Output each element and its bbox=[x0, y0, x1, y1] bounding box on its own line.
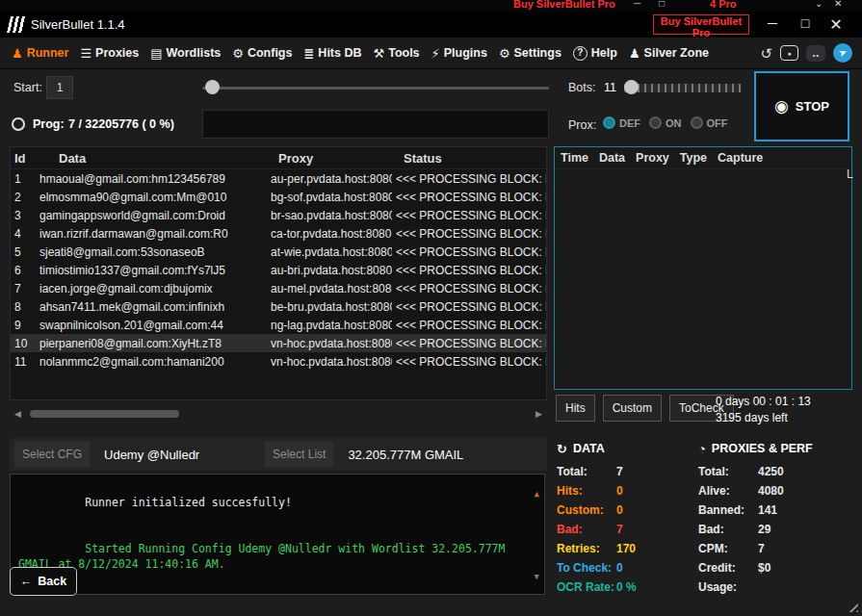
radio-icon bbox=[649, 116, 662, 129]
scrollbar-track[interactable] bbox=[26, 407, 531, 421]
cell-data: sjeati8@gmail.com:53sonaseoB bbox=[36, 245, 267, 259]
cell-id: 3 bbox=[11, 209, 36, 222]
app-title: SilverBullet 1.1.4 bbox=[31, 17, 125, 32]
stat-banned: Banned: 141 bbox=[698, 500, 852, 520]
bots-label: Bots: bbox=[568, 81, 596, 94]
prox-option-on[interactable]: ON bbox=[649, 116, 682, 129]
scroll-up-icon[interactable]: ▲ bbox=[535, 486, 539, 501]
nav-item-tools[interactable]: ⚒ Tools bbox=[368, 38, 426, 69]
select-list-button[interactable]: Select List bbox=[264, 441, 334, 468]
table-row[interactable]: 3 gamingappsworld@gmail.com:Droid br-sao… bbox=[11, 206, 546, 224]
cell-id: 7 bbox=[11, 282, 36, 295]
background-chevron-down-icon[interactable]: ⌄ bbox=[815, 0, 823, 9]
bots-slider[interactable] bbox=[624, 79, 742, 96]
table-row[interactable]: 10 pierpaneri08@gmail.com:XiyHt.zT8 vn-h… bbox=[11, 334, 546, 352]
stat-retries: Retries: 170 bbox=[557, 539, 696, 558]
results-horizontal-scrollbar[interactable]: ◀ ▶ bbox=[10, 403, 547, 424]
tab-custom[interactable]: Custom bbox=[603, 395, 662, 422]
background-maximize-icon[interactable]: □ bbox=[659, 0, 665, 9]
nav-item-configs[interactable]: ⚙ Configs bbox=[226, 38, 298, 69]
start-slider-thumb[interactable] bbox=[205, 80, 220, 94]
nav-icon-buttons: ↺ ● ‥ ➤ bbox=[760, 43, 862, 63]
cell-proxy: vn-hoc.pvdata.host:8080 bbox=[267, 337, 392, 350]
telegram-icon[interactable]: ➤ bbox=[833, 43, 852, 63]
scroll-right-icon[interactable]: ▶ bbox=[531, 409, 547, 419]
tab-hits[interactable]: Hits bbox=[556, 395, 595, 422]
minimize-button[interactable]: ─ bbox=[761, 15, 784, 31]
prox-option-off[interactable]: OFF bbox=[691, 116, 728, 129]
history-icon[interactable]: ↺ bbox=[760, 46, 772, 61]
cell-status: <<< PROCESSING BLOCK: REC bbox=[392, 300, 546, 314]
bots-slider-thumb[interactable] bbox=[624, 80, 639, 94]
nav-item-help[interactable]: ? Help bbox=[567, 38, 623, 69]
buy-silverbullet-pro-button[interactable]: Buy SilverBullet Pro bbox=[653, 14, 749, 35]
license-days-left: 3195 days left bbox=[716, 410, 811, 426]
back-button[interactable]: ← Back bbox=[10, 567, 77, 596]
log-lines: Runner initialized succesfully! Started … bbox=[18, 479, 531, 587]
stat-bad: Bad: 29 bbox=[698, 520, 852, 539]
cell-data: iacen.jorge@gmail.com:djbujomix bbox=[36, 282, 267, 295]
start-slider[interactable] bbox=[202, 79, 549, 96]
column-header-status: Status bbox=[392, 151, 546, 166]
cell-id: 4 bbox=[11, 227, 36, 241]
cell-data: hmaoual@gmail.com:hm123456789 bbox=[36, 172, 267, 186]
bots-slider-track bbox=[624, 84, 742, 92]
nav-item-wordlists[interactable]: ▤ Wordlists bbox=[144, 38, 226, 69]
cell-proxy: vn-hoc.pvdata.host:8080 bbox=[267, 355, 392, 369]
nav-item-hits-db[interactable]: ≣ Hits DB bbox=[298, 38, 367, 69]
proxy-stats-section: ◔ PROXIES & PERF Total: 4250 Alive: 4080… bbox=[698, 439, 852, 597]
table-row[interactable]: 11 nolanmmc2@gmail.com:hamani200 vn-hoc.… bbox=[11, 352, 546, 371]
resize-grip[interactable] bbox=[846, 600, 858, 612]
background-minimize-icon[interactable]: ─ bbox=[634, 0, 640, 9]
cell-proxy: au-bri.pvdata.host:8080 bbox=[267, 264, 392, 277]
stop-button[interactable]: ◉ STOP bbox=[754, 71, 849, 141]
data-refresh-icon: ↻ bbox=[557, 443, 567, 455]
stat-total: Total: 4250 bbox=[698, 462, 852, 481]
stats-panel: ↻ DATA Total: 7 Hits: 0 Custom: 0 Bad: bbox=[557, 439, 852, 601]
select-cfg-button[interactable]: Select CFG bbox=[13, 441, 91, 468]
nav-item-settings[interactable]: ⚙ Settings bbox=[493, 38, 567, 69]
table-row[interactable]: 4 iwan.rizrif.darmawan@gmail.com:R0 ca-t… bbox=[11, 224, 546, 243]
table-row[interactable]: 1 hmaoual@gmail.com:hm123456789 au-per.p… bbox=[11, 169, 546, 188]
nav-item-silver-zone[interactable]: ♟ Silver Zone bbox=[623, 38, 715, 69]
cell-proxy: au-per.pvdata.host:8080 bbox=[267, 172, 392, 186]
record-icon: ◉ bbox=[774, 98, 789, 115]
prox-option-def[interactable]: DEF bbox=[603, 116, 640, 129]
table-row[interactable]: 2 elmosmma90@gmail.com:Mm@010 bg-sof.pvd… bbox=[11, 188, 546, 206]
table-row[interactable]: 5 sjeati8@gmail.com:53sonaseoB at-wie.pv… bbox=[11, 243, 546, 261]
maximize-button[interactable]: □ bbox=[794, 15, 817, 31]
proxy-stats-list: Total: 4250 Alive: 4080 Banned: 141 Bad:… bbox=[698, 462, 852, 597]
background-pro-badge: 4 Pro bbox=[710, 0, 737, 10]
stat-to-check: To Check: 0 bbox=[557, 558, 696, 578]
background-close-icon[interactable]: ✕ bbox=[834, 0, 842, 9]
start-input[interactable] bbox=[46, 76, 73, 99]
hits-panel-header: Time Data Proxy Type Capture bbox=[555, 147, 851, 169]
silverzone-person-icon: ♟ bbox=[629, 47, 640, 60]
scrollbar-thumb[interactable] bbox=[30, 410, 179, 418]
cell-proxy: bg-sof.pvdata.host:8080 bbox=[267, 191, 392, 204]
titlebar: SilverBullet 1.1.4 Buy SilverBullet Pro … bbox=[0, 12, 862, 38]
table-row[interactable]: 8 ahsan7411.mek@gmail.com:infinixh be-br… bbox=[11, 297, 546, 316]
scroll-left-icon[interactable]: ◀ bbox=[10, 409, 26, 419]
discord-icon[interactable]: ‥ bbox=[806, 45, 825, 62]
camera-icon[interactable]: ● bbox=[780, 45, 798, 61]
background-buy-pro-text: Buy SilverBullet Pro bbox=[513, 0, 615, 10]
cell-status: <<< PROCESSING BLOCK: REC bbox=[392, 245, 546, 259]
runtime-timer: 0 days 00 : 01 : 13 3195 days left bbox=[716, 394, 811, 426]
prox-options: DEF ON OFF bbox=[603, 116, 728, 129]
stat-cpm: CPM: 7 bbox=[698, 539, 852, 558]
scroll-down-icon[interactable]: ▼ bbox=[535, 569, 539, 584]
nav-item-proxies[interactable]: ☰ Proxies bbox=[74, 38, 144, 69]
hits-tabs-row: Hits Custom ToCheck 0 days 00 : 01 : 13 … bbox=[554, 393, 852, 431]
table-row[interactable]: 7 iacen.jorge@gmail.com:djbujomix au-mel… bbox=[11, 279, 546, 297]
close-button[interactable]: ✕ bbox=[824, 15, 848, 34]
table-row[interactable]: 6 timiostimio1337@gmail.com:fYs7lJ5 au-b… bbox=[11, 261, 546, 279]
nav-item-plugins[interactable]: ⚡ Plugins bbox=[426, 38, 493, 69]
cell-proxy: ng-lag.pvdata.host:8080 bbox=[267, 319, 392, 332]
hitsdb-database-icon: ≣ bbox=[303, 47, 314, 60]
table-row[interactable]: 9 swapnilnicolson.201@gmail.com:44 ng-la… bbox=[11, 316, 546, 334]
column-header-data: Data bbox=[599, 151, 625, 165]
camera-lens-icon: ● bbox=[787, 50, 791, 57]
nav-item-runner[interactable]: ♟ Runner bbox=[6, 38, 74, 69]
cell-status: <<< PROCESSING BLOCK: REC bbox=[392, 337, 546, 350]
